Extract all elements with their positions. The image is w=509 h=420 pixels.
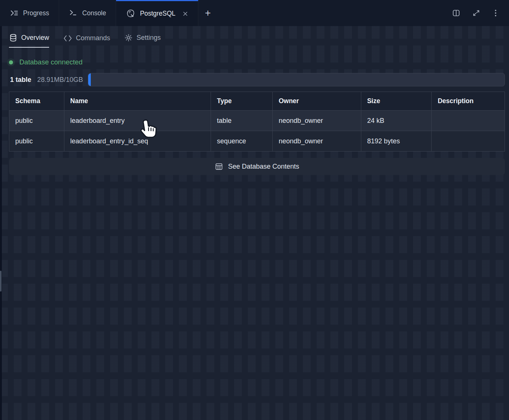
- pane-resize-handle[interactable]: [0, 271, 1, 292]
- new-tab-button[interactable]: +: [198, 0, 218, 26]
- tab-bar: Progress Console PostgreSQL: [0, 0, 509, 26]
- cell-type: sequence: [211, 131, 273, 152]
- subtab-settings[interactable]: Settings: [124, 34, 161, 48]
- status-text: Database connected: [19, 58, 83, 66]
- cell-description: [432, 131, 505, 152]
- cell-description: [432, 111, 505, 131]
- pane-actions: [452, 0, 509, 26]
- cell-size: 24 kB: [361, 111, 432, 131]
- tab-progress[interactable]: Progress: [0, 0, 59, 26]
- cell-name: leaderboard_entry_id_seq: [64, 131, 211, 152]
- header-schema: Schema: [9, 92, 64, 111]
- cell-schema: public: [9, 131, 64, 152]
- expand-icon[interactable]: [472, 9, 481, 18]
- storage-progress-bar: [88, 73, 505, 86]
- header-description: Description: [432, 92, 505, 111]
- cell-type: table: [211, 111, 273, 131]
- plus-icon: +: [205, 7, 211, 19]
- storage-progress-fill: [88, 73, 91, 86]
- button-label: See Database Contents: [228, 163, 299, 171]
- tab-label: PostgreSQL: [140, 10, 175, 18]
- cell-schema: public: [9, 111, 64, 131]
- tab-postgresql[interactable]: PostgreSQL: [116, 0, 198, 26]
- progress-icon: [10, 9, 19, 18]
- terminal-icon: [69, 9, 78, 18]
- subtab-overview[interactable]: Overview: [9, 34, 49, 48]
- gear-icon: [124, 34, 133, 42]
- storage-quota: 28.91MB/10GB: [37, 76, 83, 84]
- db-status: Database connected: [9, 58, 83, 66]
- cell-size: 8192 bytes: [361, 131, 432, 152]
- header-type: Type: [211, 92, 273, 111]
- close-icon[interactable]: [182, 11, 188, 17]
- usage-row: 1 table 28.91MB/10GB: [9, 73, 505, 86]
- code-icon: [63, 35, 72, 42]
- table-grid-icon: [215, 162, 223, 171]
- db-objects-table: Schema Name Type Owner Size Description …: [9, 92, 505, 152]
- subtab-label: Commands: [76, 34, 110, 42]
- subtab-label: Overview: [21, 34, 49, 42]
- cell-owner: neondb_owner: [272, 131, 361, 152]
- tab-label: Console: [82, 9, 106, 17]
- kebab-menu-icon[interactable]: [492, 9, 499, 17]
- table-header-row: Schema Name Type Owner Size Description: [9, 92, 505, 111]
- header-owner: Owner: [272, 92, 361, 111]
- status-dot-icon: [9, 60, 13, 64]
- header-size: Size: [361, 92, 432, 111]
- table-row-leaderboard-entry-id-seq[interactable]: public leaderboard_entry_id_seq sequence…: [9, 131, 505, 152]
- pane-left-edge: [0, 0, 2, 420]
- tab-label: Progress: [23, 9, 49, 17]
- table-count: 1 table: [10, 76, 31, 84]
- cell-owner: neondb_owner: [272, 111, 361, 131]
- split-pane-icon[interactable]: [452, 9, 461, 18]
- database-icon: [9, 34, 17, 42]
- postgresql-elephant-icon: [126, 9, 135, 19]
- subtab-bar: Overview Commands Settings: [0, 26, 509, 48]
- subtab-label: Settings: [137, 34, 161, 42]
- cell-name: leaderboard_entry: [64, 111, 211, 131]
- see-database-contents-button[interactable]: See Database Contents: [9, 158, 505, 175]
- header-name: Name: [64, 92, 211, 111]
- table-row-leaderboard-entry[interactable]: public leaderboard_entry table neondb_ow…: [9, 111, 505, 131]
- subtab-commands[interactable]: Commands: [63, 34, 110, 48]
- tab-console[interactable]: Console: [59, 0, 116, 26]
